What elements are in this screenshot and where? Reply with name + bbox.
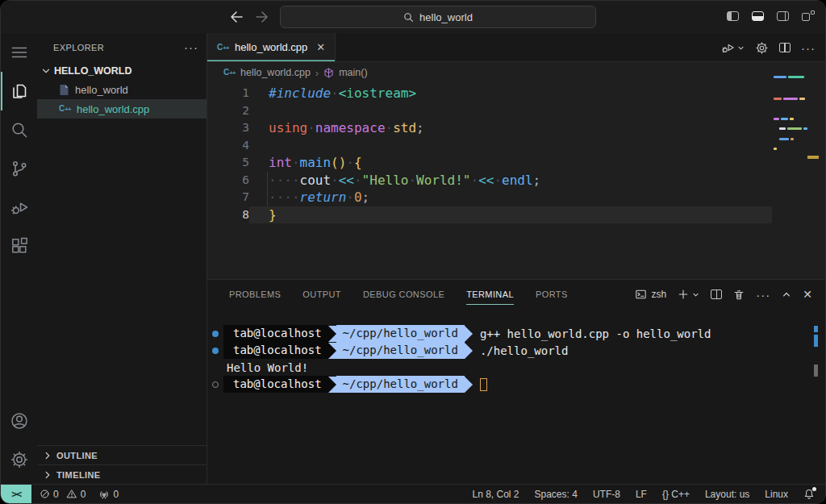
- panel-more-actions-icon[interactable]: ···: [756, 288, 770, 302]
- breadcrumb[interactable]: C++ hello_world.cpp › main(): [207, 62, 825, 83]
- run-and-debug-icon[interactable]: [1, 188, 37, 227]
- explorer-icon[interactable]: [1, 72, 37, 110]
- os-indicator[interactable]: Linux: [765, 489, 788, 500]
- code-line-7[interactable]: 7 ····return·0;: [207, 189, 825, 206]
- cpp-file-icon: C++: [217, 44, 229, 52]
- overview-ruler-cursor-marker: [807, 156, 819, 159]
- tab-label: hello_world.cpp: [235, 41, 307, 53]
- line-number: 5: [207, 154, 249, 172]
- command-success-dot-icon: [212, 331, 219, 337]
- account-icon[interactable]: [1, 402, 37, 440]
- code-line-2[interactable]: 2: [207, 102, 825, 120]
- toggle-secondary-sidebar-icon[interactable]: [777, 11, 789, 21]
- terminal[interactable]: tab@localhost~/cpp/hello_world g++ hello…: [207, 325, 825, 393]
- remote-indicator[interactable]: ><: [1, 485, 31, 503]
- line-number: 7: [207, 189, 249, 206]
- tab-terminal[interactable]: TERMINAL: [466, 280, 514, 309]
- indentation[interactable]: Spaces: 4: [535, 489, 578, 500]
- line-number: 8: [207, 206, 249, 224]
- explorer-sidebar: EXPLORER ··· HELLO_WORLD hello_world C++…: [37, 33, 207, 484]
- search-sidebar-icon[interactable]: [1, 110, 37, 149]
- file-row-hello-world[interactable]: hello_world: [37, 80, 206, 99]
- prompt-user: tab@localhost: [223, 342, 328, 359]
- eol[interactable]: LF: [636, 489, 647, 500]
- warning-count: 0: [81, 489, 86, 500]
- breadcrumb-separator: ›: [315, 67, 319, 79]
- code-line-5[interactable]: 5 int·main()·{: [207, 154, 825, 172]
- editor-group: C++ hello_world.cpp ✕ ··· C++ hello_worl…: [207, 33, 825, 279]
- powerline-arrow-icon: [465, 377, 473, 393]
- terminal-scrollbar[interactable]: [814, 280, 818, 484]
- problems-status[interactable]: 0 0: [40, 489, 86, 500]
- split-editor-icon[interactable]: [779, 43, 791, 52]
- terminal-row-3: Hello World!: [207, 359, 825, 376]
- chevron-right-icon: [42, 450, 53, 461]
- command-success-dot-icon: [212, 348, 219, 354]
- chevron-right-icon: [42, 469, 53, 481]
- timeline-label: TIMELINE: [56, 470, 101, 480]
- terminal-output: Hello World!: [223, 361, 308, 374]
- prompt-user: tab@localhost: [223, 376, 328, 393]
- breadcrumb-file[interactable]: hello_world.cpp: [240, 67, 311, 78]
- line-number: 3: [207, 119, 249, 137]
- prompt-path: ~/cpp/hello_world: [336, 342, 465, 359]
- customize-layout-icon[interactable]: [802, 10, 815, 21]
- code-line-4[interactable]: 4: [207, 137, 825, 155]
- tab-ports[interactable]: PORTS: [536, 280, 568, 309]
- error-icon: [40, 489, 50, 499]
- code-line-3[interactable]: 3 using·namespace·std;: [207, 119, 825, 137]
- maximize-panel-icon[interactable]: [782, 289, 791, 299]
- language-mode[interactable]: {} C++: [662, 489, 690, 500]
- extensions-icon[interactable]: [1, 227, 37, 265]
- close-panel-icon[interactable]: ✕: [803, 288, 812, 301]
- file-icon: [59, 84, 69, 96]
- ports-status[interactable]: 0: [98, 489, 119, 500]
- encoding[interactable]: UTF-8: [593, 489, 620, 500]
- editor-settings-gear-icon[interactable]: [755, 41, 769, 55]
- tab-problems[interactable]: PROBLEMS: [229, 280, 281, 309]
- code-line-1[interactable]: 1 #include·<iostream>: [207, 85, 825, 102]
- chevron-down-icon: [737, 44, 745, 52]
- line-number: 2: [207, 102, 249, 120]
- tab-output[interactable]: OUTPUT: [302, 280, 341, 309]
- terminal-row-4: tab@localhost~/cpp/hello_world: [207, 376, 825, 393]
- powerline-arrow-icon: [465, 326, 473, 342]
- command-center-search[interactable]: hello_world: [280, 6, 596, 28]
- tab-bar: C++ hello_world.cpp ✕ ···: [207, 33, 825, 62]
- explorer-more-actions-icon[interactable]: ···: [184, 40, 198, 54]
- workspace-folder-row[interactable]: HELLO_WORLD: [37, 61, 206, 80]
- code-editor[interactable]: 1 #include·<iostream> 2 3 using·namespac…: [207, 83, 825, 223]
- code-line-8[interactable]: 8 }: [207, 206, 825, 224]
- launch-profile-button[interactable]: zsh: [635, 289, 667, 300]
- vscode-window: hello_world: [0, 0, 826, 504]
- cursor-position[interactable]: Ln 8, Col 2: [472, 489, 519, 500]
- code-line-6[interactable]: 6 ····cout·<<·"Hello·World!"·<<·endl;: [207, 172, 825, 190]
- source-control-icon[interactable]: [1, 149, 37, 188]
- line-number: 4: [207, 137, 249, 155]
- new-terminal-button[interactable]: [678, 289, 699, 300]
- kill-terminal-icon[interactable]: [733, 289, 745, 301]
- tab-hello-world-cpp[interactable]: C++ hello_world.cpp ✕: [207, 33, 336, 61]
- keyboard-layout[interactable]: Layout: us: [705, 489, 749, 500]
- terminal-cursor: [480, 378, 487, 391]
- terminal-row-1: tab@localhost~/cpp/hello_world g++ hello…: [207, 325, 825, 342]
- breadcrumb-symbol[interactable]: main(): [339, 67, 367, 78]
- chevron-down-icon: [40, 65, 52, 77]
- outline-section[interactable]: OUTLINE: [37, 445, 206, 464]
- settings-gear-icon[interactable]: [1, 440, 37, 479]
- file-row-hello-world-cpp[interactable]: C++ hello_world.cpp: [37, 99, 206, 119]
- tab-debug-console[interactable]: DEBUG CONSOLE: [363, 280, 444, 309]
- tab-close-icon[interactable]: ✕: [316, 41, 325, 53]
- terminal-command: ./hello_world: [480, 344, 569, 357]
- split-terminal-icon[interactable]: [711, 289, 722, 299]
- menu-icon[interactable]: [1, 33, 37, 72]
- minimap[interactable]: [770, 52, 807, 279]
- toggle-primary-sidebar-icon[interactable]: [727, 11, 739, 21]
- notifications-bell-icon[interactable]: [803, 489, 815, 500]
- cpp-file-icon: C++: [223, 69, 236, 77]
- run-or-debug-button[interactable]: [720, 40, 745, 55]
- timeline-section[interactable]: TIMELINE: [37, 464, 206, 484]
- toggle-panel-icon[interactable]: [752, 11, 764, 21]
- forward-arrow-icon[interactable]: [254, 9, 270, 25]
- back-arrow-icon[interactable]: [228, 9, 244, 25]
